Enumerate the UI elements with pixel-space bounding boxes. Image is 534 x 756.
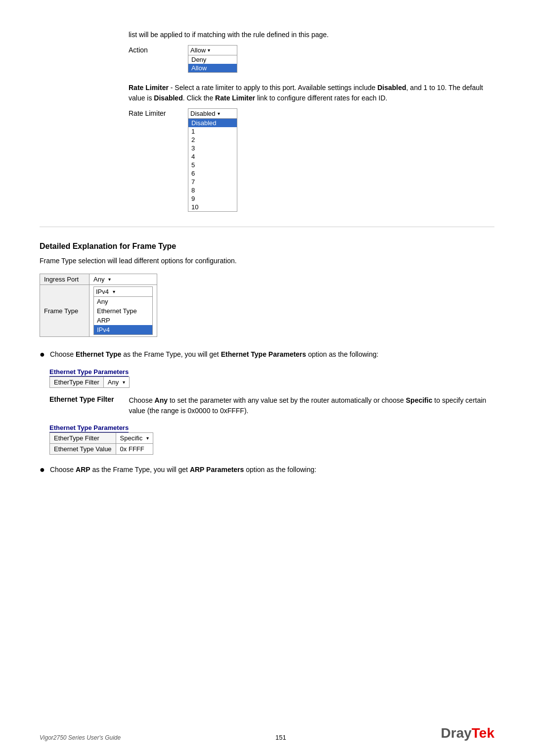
section-desc: Frame Type selection will lead different… xyxy=(40,256,494,266)
rl-option-7[interactable]: 7 xyxy=(188,178,237,186)
etf-section-label: Ethernet Type Filter xyxy=(49,395,114,416)
action-dropdown-header[interactable]: Allow ▾ xyxy=(188,45,237,55)
eth-filter2-label: EtherType Filter xyxy=(50,432,116,443)
eth-filter-value-cell[interactable]: Any ▾ xyxy=(103,377,129,387)
eth-filter2-value-cell[interactable]: Specific ▾ xyxy=(116,432,153,443)
eth-params-table2: EtherType Filter Specific ▾ Ethernet Typ… xyxy=(49,432,153,455)
rl-option-3[interactable]: 3 xyxy=(188,144,237,152)
chevron-down-icon: ▾ xyxy=(108,277,111,282)
bullet1-text: Choose Ethernet Type as the Frame Type, … xyxy=(50,349,494,360)
chevron-down-icon-ef2: ▾ xyxy=(146,435,149,441)
frame-type-list: Any Ethernet Type ARP IPv4 xyxy=(93,297,153,335)
rate-limiter-desc: Rate Limiter - Select a rate limiter to … xyxy=(129,83,494,103)
action-dropdown[interactable]: Allow ▾ Deny Allow xyxy=(188,45,237,73)
ft-option-ipv4[interactable]: IPv4 xyxy=(94,325,152,334)
rl-option-disabled[interactable]: Disabled xyxy=(188,119,237,127)
bullet2-text: Choose ARP as the Frame Type, you will g… xyxy=(50,465,494,475)
intro-text: list will be applied to if matching with… xyxy=(129,30,494,40)
action-option-allow[interactable]: Allow xyxy=(188,64,237,72)
chevron-down-icon: ▾ xyxy=(208,47,210,53)
ft-option-ethernet[interactable]: Ethernet Type xyxy=(94,306,152,316)
action-option-deny[interactable]: Deny xyxy=(188,55,237,64)
footer: Vigor2750 Series User's Guide 151 DrayTe… xyxy=(0,725,534,741)
eth-params-section1: Ethernet Type Parameters EtherType Filte… xyxy=(49,368,494,388)
eth-params-title1: Ethernet Type Parameters xyxy=(49,368,129,377)
rate-limiter-dropdown[interactable]: Disabled ▾ Disabled 1 2 3 4 5 6 7 8 9 xyxy=(188,108,237,212)
logo-dray: Dray xyxy=(441,725,472,741)
rl-option-5[interactable]: 5 xyxy=(188,161,237,169)
section-title: Detailed Explanation for Frame Type xyxy=(40,242,494,251)
logo-tek: Tek xyxy=(472,725,494,741)
rate-limiter-header[interactable]: Disabled ▾ xyxy=(188,108,237,119)
bullet1: ● Choose Ethernet Type as the Frame Type… xyxy=(40,349,494,360)
bullet-icon: ● xyxy=(40,349,45,360)
eth-params-section2: Ethernet Type Parameters EtherType Filte… xyxy=(49,424,494,455)
chevron-down-icon-ef: ▾ xyxy=(123,379,125,385)
eth-params-table1: EtherType Filter Any ▾ xyxy=(49,377,130,388)
frame-type-cell[interactable]: IPv4 ▾ Any Ethernet Type ARP IPv4 xyxy=(89,285,157,337)
rl-option-6[interactable]: 6 xyxy=(188,169,237,178)
footer-page: 151 xyxy=(275,734,286,741)
etf-section: Ethernet Type Filter Choose Any to set t… xyxy=(49,395,494,416)
rl-option-2[interactable]: 2 xyxy=(188,136,237,144)
eth-type-value-cell[interactable]: 0x FFFF xyxy=(116,443,153,454)
eth-params-title2: Ethernet Type Parameters xyxy=(49,424,129,432)
action-dropdown-list: Deny Allow xyxy=(188,55,237,73)
rl-option-4[interactable]: 4 xyxy=(188,152,237,161)
ft-option-arp[interactable]: ARP xyxy=(94,316,152,325)
draytek-logo: DrayTek xyxy=(441,725,494,741)
action-label: Action xyxy=(129,45,178,54)
frame-type-label: Frame Type xyxy=(40,285,89,337)
rl-option-8[interactable]: 8 xyxy=(188,186,237,194)
bullet2: ● Choose ARP as the Frame Type, you will… xyxy=(40,465,494,475)
chevron-down-icon-ft: ▾ xyxy=(113,289,115,294)
frame-type-section: Detailed Explanation for Frame Type Fram… xyxy=(40,242,494,475)
footer-guide: Vigor2750 Series User's Guide xyxy=(40,734,121,741)
eth-type-value-label: Ethernet Type Value xyxy=(50,443,116,454)
rl-option-10[interactable]: 10 xyxy=(188,203,237,211)
rl-option-9[interactable]: 9 xyxy=(188,194,237,203)
chevron-down-icon: ▾ xyxy=(218,111,220,116)
etf-desc: Choose Any to set the parameter with any… xyxy=(129,395,494,416)
ft-option-any[interactable]: Any xyxy=(94,297,152,306)
eth-filter-label: EtherType Filter xyxy=(50,377,104,387)
rate-limiter-list: Disabled 1 2 3 4 5 6 7 8 9 10 xyxy=(188,119,237,212)
ingress-port-cell: Any ▾ xyxy=(89,274,157,285)
frame-type-table: Ingress Port Any ▾ Frame Type IPv4 ▾ xyxy=(40,274,157,337)
section-divider xyxy=(40,227,494,227)
rate-limiter-label: Rate Limiter xyxy=(129,108,178,117)
bullet-icon-2: ● xyxy=(40,465,45,475)
ingress-port-label: Ingress Port xyxy=(40,274,89,285)
rl-option-1[interactable]: 1 xyxy=(188,127,237,136)
